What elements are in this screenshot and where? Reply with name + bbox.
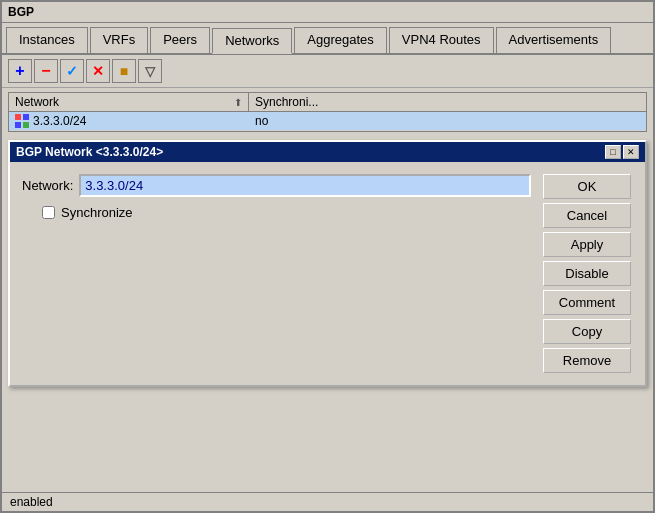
window-title: BGP [8, 5, 34, 19]
main-window: BGP Instances VRFs Peers Networks Aggreg… [0, 0, 655, 513]
network-input[interactable] [79, 174, 531, 197]
add-button[interactable]: + [8, 59, 32, 83]
dialog-title-bar: BGP Network <3.3.3.0/24> □ ✕ [10, 142, 645, 162]
column-header-synchronize: Synchroni... [249, 93, 646, 111]
tab-advertisements[interactable]: Advertisements [496, 27, 612, 53]
synchronize-label: Synchronize [61, 205, 133, 220]
tab-vrfs[interactable]: VRFs [90, 27, 149, 53]
tab-bar: Instances VRFs Peers Networks Aggregates… [2, 23, 653, 55]
tab-instances[interactable]: Instances [6, 27, 88, 53]
cancel-button[interactable]: Cancel [543, 203, 631, 228]
x-button[interactable]: ✕ [86, 59, 110, 83]
disable-button[interactable]: Disable [543, 261, 631, 286]
ok-button[interactable]: OK [543, 174, 631, 199]
synchronize-row: Synchronize [42, 205, 531, 220]
network-field-row: Network: [22, 174, 531, 197]
networks-table: Network ⬆ Synchroni... 3.3.3.0/24 no [8, 92, 647, 132]
tab-networks[interactable]: Networks [212, 28, 292, 54]
dialog-close-button[interactable]: ✕ [623, 145, 639, 159]
sort-arrow-icon: ⬆ [234, 97, 242, 108]
status-bar: enabled [2, 492, 653, 511]
tab-vpn4routes[interactable]: VPN4 Routes [389, 27, 494, 53]
tab-aggregates[interactable]: Aggregates [294, 27, 387, 53]
dialog-left-panel: Network: Synchronize [22, 174, 531, 373]
apply-button[interactable]: Apply [543, 232, 631, 257]
filter-button[interactable]: ▽ [138, 59, 162, 83]
table-row[interactable]: 3.3.3.0/24 no [9, 112, 646, 131]
dialog-minimize-button[interactable]: □ [605, 145, 621, 159]
status-text: enabled [10, 495, 53, 509]
comment-button[interactable]: Comment [543, 290, 631, 315]
bgp-network-dialog: BGP Network <3.3.3.0/24> □ ✕ Network: Sy… [8, 140, 647, 387]
dialog-body: Network: Synchronize OK Cancel Apply [10, 162, 645, 385]
copy-button[interactable]: Copy [543, 319, 631, 344]
table-header: Network ⬆ Synchroni... [9, 93, 646, 112]
toolbar: + − ✓ ✕ ■ ▽ [2, 55, 653, 88]
dialog-title-buttons: □ ✕ [605, 145, 639, 159]
dialog-buttons-panel: OK Cancel Apply Disable Comment Copy [543, 174, 633, 373]
remove-dialog-button[interactable]: Remove [543, 348, 631, 373]
network-icon [15, 114, 29, 128]
column-header-network: Network ⬆ [9, 93, 249, 111]
dialog-title: BGP Network <3.3.3.0/24> [16, 145, 163, 159]
square-button[interactable]: ■ [112, 59, 136, 83]
tab-peers[interactable]: Peers [150, 27, 210, 53]
remove-button[interactable]: − [34, 59, 58, 83]
network-label: Network: [22, 178, 73, 193]
cell-network: 3.3.3.0/24 [9, 112, 249, 130]
check-button[interactable]: ✓ [60, 59, 84, 83]
cell-synchronize: no [249, 112, 646, 130]
title-bar: BGP [2, 2, 653, 23]
synchronize-checkbox[interactable] [42, 206, 55, 219]
